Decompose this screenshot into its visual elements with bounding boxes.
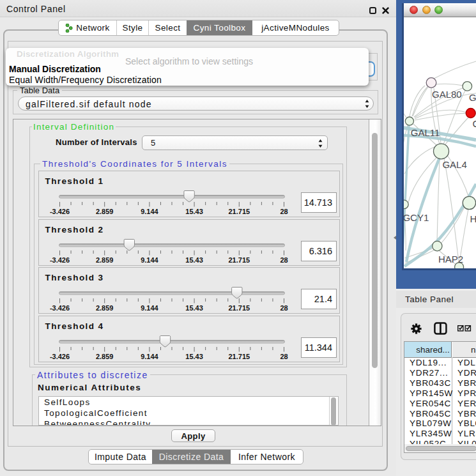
svg-text:-3.426: -3.426: [49, 353, 69, 360]
svg-text:15.43: 15.43: [185, 208, 203, 215]
svg-text:15.43: 15.43: [185, 353, 203, 360]
svg-text:9.144: 9.144: [141, 353, 158, 360]
svg-text:21.715: 21.715: [228, 208, 250, 215]
svg-text:-3.426: -3.426: [49, 256, 69, 264]
svg-text:21.715: 21.715: [228, 353, 250, 360]
svg-text:15.43: 15.43: [185, 304, 203, 312]
svg-text:28: 28: [280, 208, 288, 215]
svg-text:2.859: 2.859: [95, 353, 113, 360]
svg-text:GA: GA: [469, 92, 476, 103]
svg-text:21.715: 21.715: [228, 256, 250, 264]
svg-text:H: H: [470, 213, 476, 224]
svg-text:-3.426: -3.426: [49, 304, 69, 312]
svg-text:2.859: 2.859: [95, 208, 113, 215]
svg-text:HAP2: HAP2: [438, 254, 463, 265]
svg-text:GAL11: GAL11: [411, 127, 440, 138]
svg-text:28: 28: [280, 353, 288, 360]
svg-text:GAL80: GAL80: [432, 89, 462, 100]
svg-text:GAL4: GAL4: [442, 159, 466, 170]
svg-text:9.144: 9.144: [141, 304, 158, 312]
svg-text:-3.426: -3.426: [49, 208, 69, 215]
svg-text:GCY1: GCY1: [404, 212, 429, 223]
svg-text:2.859: 2.859: [95, 256, 113, 264]
svg-text:28: 28: [280, 304, 288, 312]
svg-text:C: C: [472, 118, 476, 129]
svg-text:9.144: 9.144: [141, 256, 158, 264]
svg-text:28: 28: [280, 256, 288, 264]
svg-text:21.715: 21.715: [228, 304, 250, 312]
svg-text:15.43: 15.43: [185, 256, 203, 264]
svg-text:9.144: 9.144: [141, 208, 158, 215]
svg-text:2.859: 2.859: [95, 304, 113, 312]
